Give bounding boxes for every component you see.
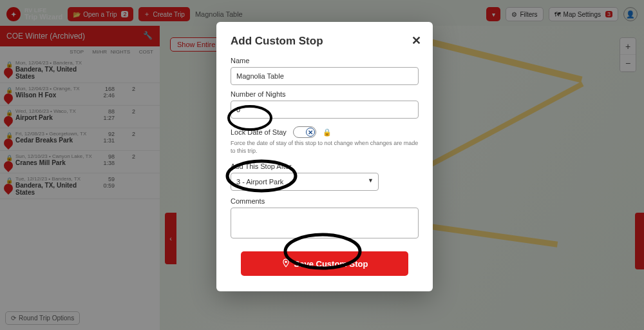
close-icon[interactable]: ✕ [412,34,421,48]
nights-label: Number of Nights [231,90,419,98]
lock-date-label: Lock Date of Stay [231,128,287,136]
toggle-x-icon: ✕ [306,128,315,137]
padlock-icon: 🔒 [323,128,330,136]
lock-date-hint: Force the date of stay of this stop to n… [231,140,419,155]
name-label: Name [231,57,419,64]
modal-title: Add Custom Stop [231,35,419,48]
name-input[interactable] [231,67,419,85]
nights-input[interactable] [231,101,419,119]
comments-textarea[interactable] [231,208,419,238]
svg-point-0 [285,261,286,262]
comments-label: Comments [231,197,419,205]
add-after-label: Add This Stop After [231,162,419,170]
pin-plus-icon [281,258,290,269]
add-after-select[interactable]: 3 - Airport Park [231,173,379,191]
add-custom-stop-modal: ✕ Add Custom Stop Name Number of Nights … [216,22,433,291]
lock-date-toggle[interactable]: ✕ [293,126,316,138]
save-custom-stop-button[interactable]: Save Custom Stop [241,251,408,276]
